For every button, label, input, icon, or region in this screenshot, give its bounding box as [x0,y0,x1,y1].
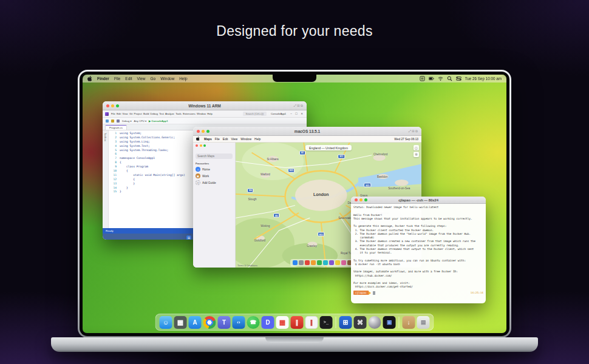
map-label: Watford [260,172,270,175]
dock-parallels-toolbox[interactable]: ▦ [276,316,289,329]
control-center-icon[interactable] [456,76,461,81]
add-guide[interactable]: + Add Guide [196,180,233,185]
windows-vm-titlebar[interactable]: Windows 11 ARM ⤢ ▦ ⧉ [103,101,307,110]
map-info-button[interactable]: ⓘ [414,145,419,150]
menubar-item-window[interactable]: Window [160,76,174,81]
terminal-titlebar[interactable]: cjlapao — -zsh — 80x24 [351,197,486,204]
menubar-item-file[interactable]: File [215,137,220,141]
dock-finder[interactable]: ☺ [160,316,172,329]
dock-chrome[interactable] [203,316,216,329]
dock-downloads[interactable]: ↓ [403,316,415,329]
dock-teams[interactable]: T [218,316,231,329]
terminal-content[interactable]: Status: Downloaded newer image for hello… [351,204,486,303]
dock-vm-linux[interactable]: ▣ [383,316,396,329]
close-button[interactable] [355,198,358,201]
app-store-icon: A [192,319,197,326]
menubar-item-file[interactable]: File [114,76,120,81]
motorway-shield: M11 [338,154,345,158]
terminal-window[interactable]: cjlapao — -zsh — 80x24 Status: Downloade… [351,197,486,303]
motorway-shield: M25 [288,168,295,172]
dock-vm-macos[interactable]: ⌘ [354,316,367,329]
battery-icon[interactable] [429,76,434,81]
visual-studio-logo-icon [105,112,109,116]
favourite-work[interactable]: ▣ Work [196,174,233,178]
dock-parallels-desktop[interactable]: ∥ [291,316,304,329]
dock-vm-sphere[interactable] [369,316,381,329]
maps-window-controls[interactable] [196,144,233,147]
apple-menu-icon[interactable] [87,76,92,81]
macos-desktop[interactable]: Finder File Edit View Go Window Help Tue… [83,75,506,333]
dock-app-store[interactable]: A [189,316,202,329]
vs-save-icon[interactable] [117,120,120,123]
dock-vm-windows[interactable]: ⊞ [339,316,352,329]
favourite-home[interactable]: ⌂ Home [196,167,233,172]
close-button[interactable] [197,130,200,133]
guest-dock-icon[interactable] [299,260,304,265]
zoom-button[interactable] [116,104,119,107]
dock[interactable]: ☺ ▦ A T ‹› ☎ D ▦ ∥ ∥ >_ ⊞ ⌘ ▣ ↓ ▤ [155,314,434,331]
page-title: Designed for your needs [0,23,589,39]
dock-vscode[interactable]: ‹› [233,316,245,329]
maps-sidebar[interactable]: Favourites ⌂ Home ▣ Work + Add Guide [193,143,236,268]
vs-config-dropdown[interactable]: Debug ▾ [122,120,132,123]
macbook-screen-frame: Finder File Edit View Go Window Help Tue… [78,70,511,338]
vm-control-icons[interactable]: ⤢ ▦ ⧉ [408,129,418,133]
vs-platform-dropdown[interactable]: Any CPU ▾ [134,120,147,123]
close-button[interactable] [106,104,109,107]
dock-whatsapp[interactable]: ☎ [247,316,260,329]
dock-terminal[interactable]: >_ [320,316,333,329]
menubar-item-finder[interactable]: Finder [97,76,109,81]
guest-dock-icon[interactable] [323,260,328,265]
maps-search-input[interactable] [196,153,233,159]
guest-menubar-clock[interactable]: Wed 27 Sep 06:13 [394,138,418,141]
vm-control-icons[interactable]: ⤢ ▦ ⧉ [293,104,303,108]
visual-studio-menu[interactable]: File Edit View Git Project Build Debug T… [111,112,213,115]
guest-dock-icon[interactable] [311,260,316,265]
terminal-prompt[interactable]: cjlapao 14:25:14 [353,291,483,295]
map-legal-link[interactable]: Terms & Conditions [237,265,257,267]
guest-dock-icon[interactable] [305,260,310,265]
menubar-item-edit[interactable]: Edit [223,137,228,141]
dock-trash[interactable]: ▤ [417,316,430,329]
windows-start-icon[interactable]: ⊞ [186,235,191,240]
map-mode-button[interactable]: ⧉ [414,152,419,157]
dock-discord[interactable]: D [262,316,274,329]
macos-vm-titlebar[interactable]: macOS 13.5.1 ⤢ ▦ ⧉ [193,127,421,136]
guest-dock-icon[interactable] [335,260,340,265]
menubar-item-window[interactable]: Window [240,137,251,141]
visual-studio-toolbar[interactable]: Debug ▾ Any CPU ▾ ▶ ConsoleApp1 [103,118,307,124]
minimize-button[interactable] [202,130,205,133]
menubar-item-view[interactable]: View [231,137,237,141]
minimize-button[interactable] [111,104,114,107]
vs-run-button[interactable]: ▶ ConsoleApp1 [149,120,168,123]
menubar-clock[interactable]: Tue 26 Sep 10:00 am [465,76,502,81]
zoom-button[interactable] [364,198,367,201]
vs-new-file-icon[interactable] [106,120,109,123]
guest-dock-icon[interactable] [341,260,346,265]
guest-dock-icon[interactable] [329,260,334,265]
vs-editor-tab[interactable]: Program.cs [105,125,127,130]
menubar-item-help[interactable]: Help [179,76,187,81]
vs-open-icon[interactable] [111,120,114,123]
finder-icon: ☺ [163,319,169,326]
apple-menu-icon[interactable] [196,136,201,142]
visual-studio-titlebar[interactable]: File Edit View Git Project Build Debug T… [103,110,307,118]
dock-launchpad[interactable]: ▦ [174,316,187,329]
menubar-item-view[interactable]: View [137,76,146,81]
vs-toolbox-strip[interactable]: Toolbox [103,130,109,228]
zoom-button[interactable] [206,130,209,133]
guest-dock-icon[interactable] [293,260,298,265]
guest-dock-icon[interactable] [317,260,322,265]
spotlight-search-icon[interactable] [447,76,452,81]
menubar-item-go[interactable]: Go [151,76,156,81]
menubar-item-edit[interactable]: Edit [125,76,132,81]
wifi-icon[interactable] [438,76,443,81]
minimize-button[interactable] [359,198,363,201]
home-icon: ⌂ [196,167,200,172]
vs-window-buttons[interactable]: – ☐ ✕ [290,112,304,115]
dock-parallels-access[interactable]: ∥ [305,316,318,329]
menubar-item-help[interactable]: Help [254,137,260,141]
vs-search-box[interactable]: Search (Ctrl+Q) [243,112,267,116]
menubar-app-maps[interactable]: Maps [204,137,212,141]
parallels-status-icon[interactable] [420,76,425,81]
